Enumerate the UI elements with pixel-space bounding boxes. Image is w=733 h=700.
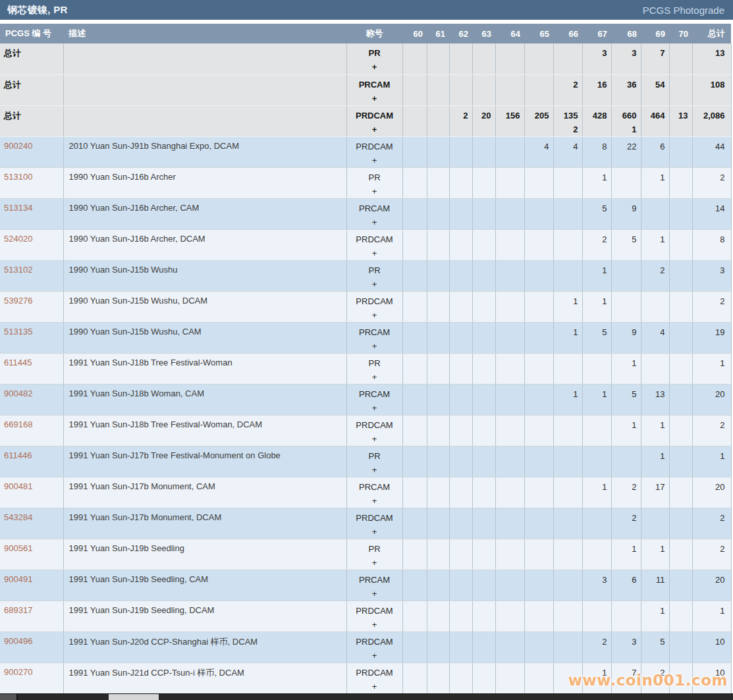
pcgs-number-link[interactable]: 689317	[4, 605, 32, 615]
pcgs-number-link[interactable]: 900240	[4, 141, 32, 151]
pcgs-number-link[interactable]: 513102	[4, 265, 32, 275]
pcgs-number-link[interactable]: 900561	[4, 543, 32, 553]
grade-cell-69: 17	[641, 477, 669, 508]
grade-cell-67	[582, 508, 611, 539]
pcgs-number-link[interactable]: 611445	[4, 358, 32, 367]
col-header-65: 65	[524, 24, 553, 43]
col-header-61: 61	[427, 24, 449, 43]
photograde-link[interactable]: PCGS Photograde	[643, 5, 724, 16]
row-total: 10	[692, 662, 731, 693]
grade-cell-61	[427, 446, 449, 477]
table-row: 6114451991 Yuan Sun-J18b Tree Festival-W…	[0, 353, 731, 384]
plus-label: +	[347, 371, 402, 383]
grade-cell-60	[402, 539, 427, 570]
grade-cell-63	[472, 260, 495, 291]
designation-cell: PR+	[346, 260, 402, 291]
grade-cell-70	[669, 539, 692, 570]
grade-cell-63	[472, 601, 495, 632]
horizontal-scrollbar[interactable]	[0, 693, 733, 700]
grade-cell-62	[449, 229, 472, 260]
grade-cell-69: 1	[641, 539, 669, 570]
coin-description: 1990 Yuan Sun-J15b Wushu, DCAM	[63, 291, 346, 322]
grade-cell-66	[553, 570, 582, 601]
grade-cell-69: 2	[641, 260, 669, 291]
row-total: 3	[692, 260, 731, 291]
grade-cell-63	[472, 508, 495, 539]
row-total: 2	[692, 415, 731, 446]
pcgs-number-link[interactable]: 900491	[4, 574, 32, 584]
grade-cell-70	[669, 632, 692, 662]
grade-cell-67	[582, 353, 611, 384]
col-header-69: 69	[641, 24, 669, 43]
grade-cell-62	[449, 415, 472, 446]
total-label: 总计	[4, 48, 21, 58]
designation-label: PRCAM	[347, 481, 402, 493]
pcgs-number-link[interactable]: 900482	[4, 389, 32, 398]
col-header-70: 70	[669, 24, 692, 43]
grade-cell-61	[427, 105, 449, 136]
grade-cell-70	[669, 415, 692, 446]
pcgs-number-link[interactable]: 513135	[4, 327, 32, 337]
grade-cell-65	[524, 632, 553, 662]
pcgs-number-link[interactable]: 900270	[4, 667, 32, 677]
grade-cell-65	[524, 539, 553, 570]
pcgs-number-link[interactable]: 539276	[4, 296, 32, 306]
designation-cell: PRDCAM+	[346, 508, 402, 539]
pcgs-number-link[interactable]: 669168	[4, 419, 32, 429]
grade-cell-70	[669, 229, 692, 260]
grade-cell-63	[472, 167, 495, 198]
grade-cell-67: 1	[582, 662, 611, 693]
scrollbar-corner-button[interactable]	[0, 694, 18, 700]
grade-cell-70: 13	[669, 105, 692, 136]
grade-cell-61	[427, 136, 449, 167]
designation-label: PRDCAM	[347, 512, 402, 524]
grade-cell-70	[669, 136, 692, 167]
scrollbar-thumb[interactable]	[109, 694, 159, 700]
grade-cell-64	[495, 632, 524, 662]
designation-label: PRDCAM	[347, 636, 402, 647]
grade-cell-60	[402, 415, 427, 446]
plus-label: +	[347, 588, 402, 599]
grade-cell-65	[524, 74, 553, 105]
pcgs-number-link[interactable]: 513134	[4, 203, 32, 213]
grade-cell-65	[524, 662, 553, 693]
designation-label: PR	[347, 265, 402, 276]
grade-cell-69: 1	[641, 229, 669, 260]
grade-cell-62: 2	[449, 105, 472, 136]
pcgs-number-link[interactable]: 524020	[4, 234, 32, 244]
plus-label: +	[347, 186, 402, 197]
grade-cell-61	[427, 260, 449, 291]
grade-cell-63	[472, 353, 495, 384]
grade-cell-70	[669, 198, 692, 229]
plus-label: +	[347, 93, 402, 104]
row-total: 108	[692, 74, 731, 105]
grade-cell-69: 464	[641, 105, 669, 136]
plus-label: +	[347, 340, 402, 352]
grade-cell-69: 5	[641, 632, 669, 662]
grade-cell-62	[449, 477, 472, 508]
col-header-64: 64	[495, 24, 524, 43]
grade-cell-60	[402, 601, 427, 632]
grade-cell-60	[402, 662, 427, 693]
pcgs-number-link[interactable]: 900496	[4, 636, 32, 646]
grade-cell-65	[524, 322, 553, 353]
grade-cell-64	[495, 74, 524, 105]
plus-label: +	[347, 557, 402, 568]
pcgs-number-link[interactable]: 611446	[4, 450, 32, 460]
pcgs-number-link[interactable]: 900481	[4, 481, 32, 491]
grade-cell-62	[449, 539, 472, 570]
table-header-row: PCGS 编 号 描述 称号 60 61 62 63 64 65 66 67 6…	[0, 24, 731, 43]
designation-cell: PRCAM+	[346, 198, 402, 229]
coin-description: 1991 Yuan Sun-J18b Tree Festival-Woman	[63, 353, 346, 384]
grade-cell-62	[449, 384, 472, 415]
designation-cell: PRDCAM+	[346, 632, 402, 662]
col-header-description: 描述	[63, 24, 346, 43]
coin-description: 1991 Yuan Sun-J19b Seedling, CAM	[63, 570, 346, 601]
pcgs-number-link[interactable]: 513100	[4, 172, 32, 182]
plus-label: +	[347, 310, 402, 321]
grade-cell-63	[472, 446, 495, 477]
grade-cell-70	[669, 260, 692, 291]
designation-label: PR	[347, 543, 402, 554]
row-total: 2	[692, 508, 731, 539]
pcgs-number-link[interactable]: 543284	[4, 512, 32, 522]
